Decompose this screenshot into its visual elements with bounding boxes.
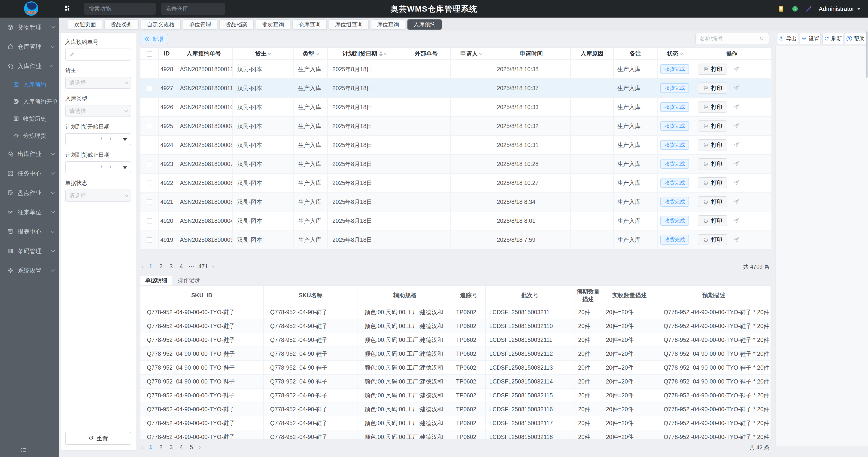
page-number-2[interactable]: 2 [157, 443, 165, 451]
print-button[interactable]: 打印 [698, 177, 727, 189]
print-button[interactable]: 打印 [698, 120, 727, 132]
filter-text-asn-no[interactable] [65, 49, 131, 61]
sidebar-item-report-center[interactable]: 报表中心 [0, 222, 59, 241]
filter-chevron-icon[interactable] [268, 52, 271, 55]
detail-tab-doc-detail[interactable]: 单据明细 [140, 275, 172, 285]
tab-location-group-query[interactable]: 库位组查询 [329, 20, 369, 30]
tab-welcome[interactable]: 欢迎页面 [68, 20, 102, 30]
sidebar-subitem-sorting-tally[interactable]: 分拣理货 [0, 127, 59, 144]
page-number-4[interactable]: 4 [177, 443, 185, 451]
notes-icon[interactable] [777, 5, 785, 13]
prev-page-arrow[interactable]: ‹ [140, 444, 145, 451]
page-number-2[interactable]: 2 [157, 262, 165, 270]
col-header-status[interactable]: 状态 [657, 48, 692, 60]
table-search-input[interactable]: 名称/编号 [695, 33, 769, 45]
col-header-plan_date[interactable]: 计划到货日期 [328, 48, 402, 60]
reset-button[interactable]: 重置 [65, 432, 131, 445]
send-icon[interactable] [733, 104, 740, 111]
next-page-arrow[interactable]: › [211, 263, 216, 270]
select-all-checkbox-cell[interactable] [141, 48, 158, 60]
send-icon[interactable] [733, 179, 740, 186]
filter-select-doc-status[interactable]: 请选择 [65, 190, 131, 202]
settings-button[interactable]: 设置 [800, 33, 821, 45]
filter-chevron-icon[interactable] [315, 52, 319, 55]
theme-magic-icon[interactable] [805, 5, 813, 13]
collapse-menu-icon[interactable] [20, 447, 27, 454]
sidebar-subitem-receive-history[interactable]: 收货历史 [0, 110, 59, 127]
page-number-1[interactable]: 1 [147, 443, 155, 451]
filter-date-plan-end-date[interactable]: ____/__/__ [65, 161, 131, 173]
send-icon[interactable] [733, 236, 740, 243]
row-checkbox[interactable] [147, 105, 152, 110]
sidebar-item-stocktake[interactable]: 盘点作业 [0, 183, 59, 202]
sidebar-item-task-center[interactable]: 任务中心 [0, 164, 59, 183]
sidebar-item-warehouse[interactable]: 仓库管理 [0, 37, 59, 56]
clock-icon[interactable] [791, 5, 799, 13]
sidebar-subitem-inbound-reservation[interactable]: 入库预约 [0, 76, 59, 93]
page-number-471[interactable]: 471 [197, 262, 209, 270]
print-button[interactable]: 打印 [698, 196, 727, 207]
tab-batch-query[interactable]: 批次查询 [256, 20, 290, 30]
filter-chevron-icon[interactable] [479, 52, 482, 55]
sidebar-item-inbound[interactable]: 入库作业 [0, 56, 59, 76]
sidebar-subitem-inbound-reservation-create[interactable]: 入库预约开单 [0, 93, 59, 110]
prev-page-arrow[interactable]: ‹ [140, 263, 145, 270]
sidebar-item-system-settings[interactable]: 系统设置 [0, 261, 59, 280]
send-icon[interactable] [733, 198, 740, 205]
filter-select-inbound-type[interactable]: 请选择 [65, 105, 131, 117]
send-icon[interactable] [733, 85, 740, 91]
app-logo[interactable]: WMS [24, 1, 38, 16]
print-button[interactable]: 打印 [698, 102, 727, 113]
page-number-3[interactable]: 3 [167, 262, 175, 270]
page-number-4[interactable]: 4 [177, 262, 185, 270]
sidebar-item-outbound[interactable]: 出库作业 [0, 144, 59, 164]
tab-inbound-reservation[interactable]: 入库预约 [407, 20, 442, 30]
user-menu[interactable]: Administrator [819, 5, 861, 12]
print-button[interactable]: 打印 [698, 234, 727, 245]
sort-icon[interactable] [379, 51, 383, 57]
page-number-1[interactable]: 1 [147, 262, 155, 270]
tab-custom-spec[interactable]: 自定义规格 [141, 20, 181, 30]
detail-tab-operation-log[interactable]: 操作记录 [173, 275, 205, 285]
print-button[interactable]: 打印 [698, 139, 727, 150]
select-all-checkbox[interactable] [147, 51, 152, 57]
filter-select-owner[interactable]: 请选择 [65, 77, 131, 89]
apps-grid-icon[interactable] [64, 5, 71, 11]
scrollbar-thumb[interactable] [866, 31, 868, 78]
print-button[interactable]: 打印 [698, 158, 727, 169]
col-header-owner[interactable]: 货主 [232, 48, 293, 60]
row-checkbox[interactable] [147, 143, 152, 148]
row-checkbox[interactable] [147, 124, 152, 129]
col-header-type[interactable]: 类型 [293, 48, 328, 60]
filter-chevron-icon[interactable] [680, 52, 683, 55]
sidebar-item-barcode[interactable]: 条码管理 [0, 241, 59, 261]
send-icon[interactable] [733, 66, 740, 73]
send-icon[interactable] [733, 122, 740, 130]
row-checkbox[interactable] [147, 67, 152, 73]
row-checkbox[interactable] [147, 219, 152, 224]
warehouse-select[interactable]: 嘉善仓库 [161, 3, 225, 15]
add-button[interactable]: 新增 [140, 34, 168, 45]
refresh-button[interactable]: 刷新 [822, 33, 843, 45]
tab-location-query[interactable]: 库位查询 [371, 20, 405, 30]
row-checkbox[interactable] [147, 199, 152, 205]
row-checkbox[interactable] [147, 86, 152, 91]
filter-chevron-icon[interactable] [384, 52, 388, 55]
send-icon[interactable] [733, 217, 740, 224]
print-button[interactable]: 打印 [698, 63, 727, 75]
print-button[interactable]: 打印 [698, 83, 727, 94]
next-page-arrow[interactable]: › [197, 444, 202, 451]
col-header-applicant[interactable]: 申请人 [451, 48, 492, 60]
filter-date-plan-start-date[interactable]: ____/__/__ [65, 133, 131, 145]
row-checkbox[interactable] [147, 237, 152, 243]
row-checkbox[interactable] [147, 162, 152, 167]
sidebar-item-goods[interactable]: 货物管理 [0, 18, 59, 37]
page-number-···[interactable]: ··· [187, 262, 196, 270]
row-checkbox[interactable] [147, 180, 152, 186]
tab-warehouse-query[interactable]: 仓库查询 [292, 20, 327, 30]
export-button[interactable]: 导出 [777, 33, 798, 45]
send-icon[interactable] [733, 161, 740, 167]
help-button[interactable]: ?帮助 [845, 33, 866, 45]
tab-unit-manage[interactable]: 单位管理 [183, 20, 217, 30]
function-search-input[interactable]: 搜索功能 [84, 3, 156, 15]
